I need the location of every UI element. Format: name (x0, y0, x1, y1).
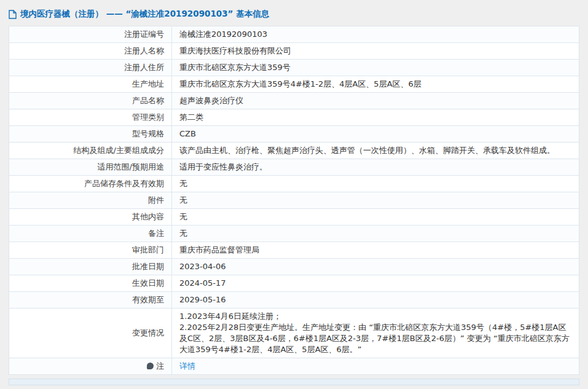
row-value: 该产品由主机、治疗枪、聚焦超声治疗头、透声管（一次性使用）、水箱、脚踏开关、承载… (172, 143, 579, 159)
table-row: 注册人名称重庆海扶医疗科技股份有限公司 (9, 43, 579, 60)
table-row: 型号规格CZB (9, 126, 579, 143)
row-label: 生产地址 (9, 76, 172, 93)
row-label: 批准日期 (9, 259, 172, 275)
row-label: 管理类别 (9, 109, 172, 126)
row-label: 注册证编号 (9, 26, 172, 43)
table-row: 注册人住所重庆市北碚区京东方大道359号 (9, 60, 579, 76)
table-row: 注册证编号渝械注准20192090103 (9, 26, 579, 43)
row-value: 2023-04-06 (172, 259, 579, 275)
table-row: 其他内容无 (9, 209, 579, 226)
row-label: 生效日期 (9, 275, 172, 292)
table-row: 注详情 (9, 358, 579, 375)
row-label: 注 (9, 358, 172, 375)
row-value: 无 (172, 209, 579, 226)
registration-detail-page: 境内医疗器械（注册） —— “渝械注准20192090103” 基本信息 注册证… (0, 0, 588, 389)
row-value: 1.2023年4月6日延续注册； 2.2025年2月28日变更生产地址。生产地址… (172, 308, 579, 358)
row-value: 渝械注准20192090103 (172, 26, 579, 43)
row-label: 注册人名称 (9, 43, 172, 60)
row-label: 备注 (9, 226, 172, 242)
row-label: 附件 (9, 192, 172, 209)
row-value: 重庆海扶医疗科技股份有限公司 (172, 43, 579, 60)
row-label: 结构及组成/主要组成成分 (9, 143, 172, 159)
table-row: 批准日期2023-04-06 (9, 259, 579, 275)
table-row: 生产地址重庆市北碚区京东方大道359号4#楼1-2层、4层A区、5层A区、6层 (9, 76, 579, 93)
row-label: 产品名称 (9, 93, 172, 109)
row-value: 超声波鼻炎治疗仪 (172, 93, 579, 109)
detail-link[interactable]: 详情 (179, 361, 195, 371)
table-row: 有效期至2029-05-16 (9, 292, 579, 308)
next-section-strip (9, 379, 579, 385)
table-row: 产品储存条件及有效期无 (9, 176, 579, 192)
table-row: 备注无 (9, 226, 579, 242)
table-row: 结构及组成/主要组成成分该产品由主机、治疗枪、聚焦超声治疗头、透声管（一次性使用… (9, 143, 579, 159)
row-label: 注册人住所 (9, 60, 172, 76)
table-row: 产品名称超声波鼻炎治疗仪 (9, 93, 579, 109)
table-row: 变更情况1.2023年4月6日延续注册； 2.2025年2月28日变更生产地址。… (9, 308, 579, 358)
row-value: 无 (172, 192, 579, 209)
table-row: 审批部门重庆市药品监督管理局 (9, 242, 579, 259)
row-value: 2024-05-17 (172, 275, 579, 292)
row-label: 审批部门 (9, 242, 172, 259)
row-value: 第二类 (172, 109, 579, 126)
row-value: 重庆市北碚区京东方大道359号4#楼1-2层、4层A区、5层A区、6层 (172, 76, 579, 93)
document-icon (9, 10, 17, 19)
table-row: 附件无 (9, 192, 579, 209)
registration-info-table: 注册证编号渝械注准20192090103注册人名称重庆海扶医疗科技股份有限公司注… (9, 26, 579, 375)
page-title-text: 境内医疗器械（注册） —— “渝械注准20192090103” 基本信息 (20, 9, 269, 20)
row-value: CZB (172, 126, 579, 143)
table-row: 管理类别第二类 (9, 109, 579, 126)
row-label: 适用范围/预期用途 (9, 159, 172, 176)
table-row: 适用范围/预期用途适用于变应性鼻炎治疗。 (9, 159, 579, 176)
row-label: 变更情况 (9, 308, 172, 358)
page-title: 境内医疗器械（注册） —— “渝械注准20192090103” 基本信息 (9, 4, 579, 26)
info-table-body: 注册证编号渝械注准20192090103注册人名称重庆海扶医疗科技股份有限公司注… (9, 26, 579, 375)
row-label: 其他内容 (9, 209, 172, 226)
row-label: 有效期至 (9, 292, 172, 308)
note-icon (147, 363, 154, 369)
row-value: 无 (172, 176, 579, 192)
row-value: 详情 (172, 358, 579, 375)
row-value: 无 (172, 226, 579, 242)
row-value: 重庆市药品监督管理局 (172, 242, 579, 259)
row-value: 重庆市北碚区京东方大道359号 (172, 60, 579, 76)
row-label: 型号规格 (9, 126, 172, 143)
row-label: 产品储存条件及有效期 (9, 176, 172, 192)
row-value: 2029-05-16 (172, 292, 579, 308)
row-value: 适用于变应性鼻炎治疗。 (172, 159, 579, 176)
table-row: 生效日期2024-05-17 (9, 275, 579, 292)
